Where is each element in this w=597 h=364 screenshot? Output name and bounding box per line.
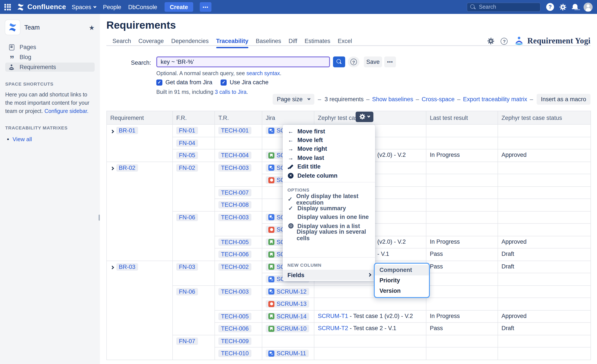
requirement-link[interactable]: TECH-005	[218, 313, 251, 320]
menu-item-delete-column[interactable]: ×Delete column	[283, 171, 375, 180]
requirement-link[interactable]: TECH-001	[218, 127, 251, 134]
requirement-link[interactable]: TECH-005	[218, 238, 251, 246]
zephyr-test-link[interactable]: SCRUM-T1	[318, 313, 348, 319]
global-search-input[interactable]	[478, 3, 534, 10]
requirement-link[interactable]: FN-06	[176, 214, 198, 221]
checkbox-checked-icon[interactable]: ✓	[156, 79, 162, 85]
checkbox-jira-data[interactable]: ✓Get data from Jira	[156, 79, 212, 86]
requirement-link[interactable]: TECH-003	[218, 164, 251, 171]
tab-excel[interactable]: Excel	[338, 38, 352, 48]
query-help-button[interactable]: ?	[348, 56, 360, 67]
column-settings-button[interactable]	[356, 111, 373, 122]
tab-coverage[interactable]: Coverage	[139, 38, 164, 48]
tab-traceability[interactable]: Traceability	[216, 38, 248, 48]
view-all-link[interactable]: View all	[13, 136, 32, 142]
menu-option-only-display-the-latest-execution[interactable]: ✓Only display the latest execution	[283, 195, 375, 204]
submenu-item-priority[interactable]: Priority	[375, 275, 429, 286]
submenu-item-component[interactable]: Component	[375, 265, 429, 275]
sidebar-item-blog[interactable]: ”Blog	[5, 53, 95, 62]
requirement-link[interactable]: FN-06	[176, 288, 198, 295]
create-button[interactable]: Create	[165, 2, 193, 12]
sidebar-resize-handle[interactable]	[98, 214, 100, 221]
jira-calls-link[interactable]: 3 calls to Jira	[215, 89, 247, 95]
nav-item-people[interactable]: People	[103, 4, 121, 10]
save-button[interactable]: Save	[364, 56, 382, 67]
fields-submenu: ComponentPriorityVersion	[374, 263, 430, 298]
menu-item-move-right[interactable]: →Move right	[283, 145, 375, 154]
requirement-link[interactable]: FN-07	[176, 337, 198, 345]
requirement-link[interactable]: BR-02	[116, 164, 138, 171]
tab-search[interactable]: Search	[112, 38, 131, 48]
page-size-dropdown[interactable]: Page size	[272, 94, 314, 105]
requirement-link[interactable]: FN-03	[176, 263, 198, 270]
jira-issue-link[interactable]: SCRUM-10	[266, 325, 309, 332]
pencil-icon	[287, 164, 294, 170]
requirement-link[interactable]: FN-01	[176, 127, 198, 134]
sidebar-item-pages[interactable]: Pages	[5, 43, 95, 52]
requirement-link[interactable]: FN-04	[176, 139, 198, 147]
menu-item-fields[interactable]: Fields	[283, 270, 375, 280]
global-search[interactable]	[467, 2, 541, 11]
requirement-link[interactable]: TECH-003	[218, 288, 251, 295]
sidebar-item-requirements[interactable]: Requirements	[5, 63, 95, 72]
requirement-link[interactable]: TECH-010	[218, 350, 251, 357]
requirement-link[interactable]: BR-01	[116, 127, 138, 134]
expand-chevron-icon[interactable]	[110, 266, 114, 269]
menu-option-display-values-in-one-line[interactable]: Display values in one line	[283, 213, 375, 222]
requirement-link[interactable]: TECH-007	[218, 189, 251, 196]
tab-estimates[interactable]: Estimates	[305, 38, 330, 48]
ry-help-icon[interactable]: ?	[501, 38, 508, 45]
requirement-link[interactable]: TECH-004	[218, 152, 251, 159]
requirement-yogi-logo[interactable]: Requirement Yogi	[514, 37, 590, 46]
requirement-link[interactable]: TECH-002	[218, 263, 251, 270]
requirement-link[interactable]: TECH-006	[218, 251, 251, 258]
configure-sidebar-link[interactable]: Configure sidebar.	[45, 108, 89, 114]
requirement-link[interactable]: TECH-008	[218, 201, 251, 208]
nav-item-spaces[interactable]: Spaces	[72, 4, 96, 10]
menu-item-move-first[interactable]: ←Move first	[283, 127, 375, 136]
requirement-link[interactable]: FN-02	[176, 164, 198, 171]
toolbar-link-cross-space[interactable]: Cross-space	[422, 96, 455, 103]
space-name[interactable]: Team	[24, 24, 85, 31]
app-switcher-icon[interactable]	[4, 4, 11, 10]
checkbox-jira-cache[interactable]: ✓Use Jira cache	[220, 79, 268, 86]
menu-option-display-values-in-several-cells[interactable]: Display values in several cells	[283, 230, 375, 239]
ry-settings-gear-icon[interactable]	[488, 38, 494, 44]
help-icon[interactable]: ?	[546, 3, 554, 11]
user-avatar[interactable]	[583, 2, 593, 11]
requirement-link[interactable]: TECH-006	[218, 325, 251, 332]
submenu-item-version[interactable]: Version	[375, 285, 429, 296]
space-logo[interactable]	[5, 20, 20, 35]
toolbar-link-export-traceability-matrix[interactable]: Export traceability matrix	[463, 96, 527, 103]
tab-baselines[interactable]: Baselines	[256, 38, 281, 48]
run-search-button[interactable]	[333, 56, 345, 67]
checkbox-checked-icon[interactable]: ✓	[220, 79, 227, 85]
notifications-bell-icon[interactable]	[572, 4, 578, 10]
expand-chevron-icon[interactable]	[110, 167, 114, 170]
nav-more-button[interactable]: •••	[200, 2, 212, 12]
jira-issue-link[interactable]: SCRUM-14	[266, 313, 309, 320]
tab-dependencies[interactable]: Dependencies	[171, 38, 209, 48]
search-more-button[interactable]: •••	[384, 56, 396, 67]
menu-item-edit-title[interactable]: Edit title	[283, 162, 375, 171]
jira-issue-link[interactable]: SCRUM-11	[266, 350, 309, 357]
favorite-star-icon[interactable]: ★	[89, 24, 95, 31]
requirement-link[interactable]: TECH-009	[218, 337, 251, 345]
expand-chevron-icon[interactable]	[110, 130, 114, 133]
confluence-logo[interactable]: Confluence	[16, 3, 66, 11]
requirement-link[interactable]: TECH-003	[218, 214, 251, 221]
query-input[interactable]	[156, 56, 330, 67]
menu-item-move-last[interactable]: →Move last	[283, 153, 375, 162]
tab-diff[interactable]: Diff	[289, 38, 297, 48]
zephyr-test-link[interactable]: SCRUM-T2	[318, 325, 348, 332]
jira-issue-link[interactable]: SCRUM-12	[266, 288, 309, 295]
toolbar-link-show-baselines[interactable]: Show baselines	[372, 96, 413, 103]
nav-item-dbconsole[interactable]: DbConsole	[128, 4, 157, 10]
insert-macro-button[interactable]: Insert as a macro	[536, 94, 590, 105]
requirement-link[interactable]: FN-05	[176, 152, 198, 159]
jira-issue-link[interactable]: SCRUM-13	[266, 300, 309, 308]
requirement-link[interactable]: BR-03	[116, 263, 138, 270]
search-syntax-link[interactable]: search syntax	[246, 70, 280, 76]
menu-item-move-left[interactable]: ←Move left	[283, 136, 375, 145]
settings-gear-icon[interactable]	[560, 4, 566, 10]
